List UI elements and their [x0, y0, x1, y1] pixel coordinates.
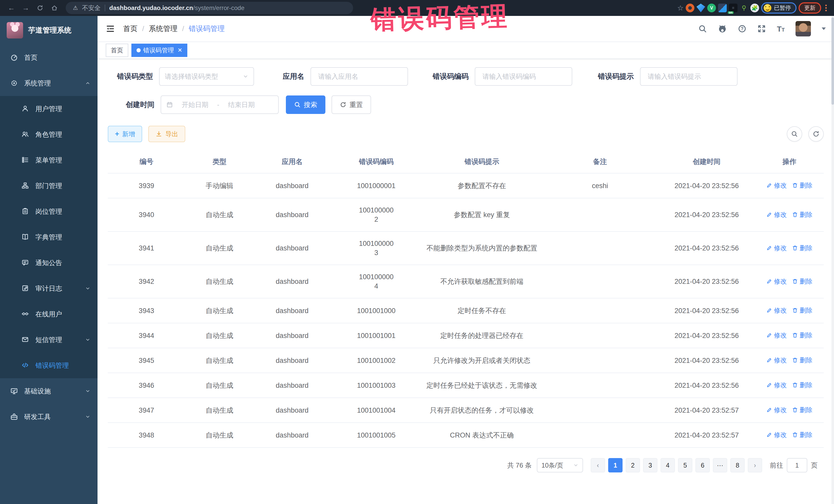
avatar[interactable] — [795, 21, 811, 37]
scrollbar[interactable] — [831, 16, 834, 504]
delete-link[interactable]: 删除 — [792, 355, 812, 365]
date-range-picker[interactable]: - — [161, 95, 279, 114]
browser-reload-icon[interactable] — [34, 2, 46, 14]
toggle-search-button[interactable] — [787, 126, 802, 141]
sidebar-logo[interactable]: 芋道管理系统 — [0, 16, 97, 45]
goto-input-field[interactable] — [787, 458, 807, 473]
help-icon[interactable]: ? — [738, 24, 746, 33]
page-button-5[interactable]: 5 — [678, 458, 692, 473]
extension-key-icon[interactable]: ⚲ — [740, 4, 748, 12]
reset-button[interactable]: 重置 — [332, 95, 371, 114]
delete-link[interactable]: 删除 — [792, 430, 812, 439]
sidebar-item-users[interactable]: 用户管理 — [0, 96, 97, 122]
sidebar-item-devtools[interactable]: 研发工具 — [0, 404, 97, 430]
edit-link[interactable]: 修改 — [766, 277, 787, 286]
edit-link[interactable]: 修改 — [766, 405, 787, 414]
sidebar-item-roles[interactable]: 角色管理 — [0, 122, 97, 147]
errorcode-code-field[interactable] — [475, 67, 572, 86]
browser-forward-icon[interactable]: → — [20, 2, 32, 14]
table-row[interactable]: 3940 自动生成 dashboard 100100000 2 参数配置 key… — [108, 198, 824, 232]
delete-link[interactable]: 删除 — [792, 210, 812, 219]
page-button-3[interactable]: 3 — [643, 458, 657, 473]
sidebar-item-sms[interactable]: 短信管理 — [0, 327, 97, 353]
delete-link[interactable]: 删除 — [792, 330, 812, 340]
page-button-6[interactable]: 6 — [696, 458, 710, 473]
edit-link[interactable]: 修改 — [766, 243, 787, 253]
edit-link[interactable]: 修改 — [766, 380, 787, 390]
sidebar-item-errorcode[interactable]: 错误码管理 — [0, 353, 97, 378]
edit-link[interactable]: 修改 — [766, 181, 787, 190]
delete-link[interactable]: 删除 — [792, 277, 812, 286]
edit-link[interactable]: 修改 — [766, 306, 787, 315]
sidebar-item-notice[interactable]: 通知公告 — [0, 250, 97, 276]
breadcrumb-home[interactable]: 首页 — [123, 24, 137, 34]
delete-link[interactable]: 删除 — [792, 243, 812, 253]
extensions-puzzle-icon[interactable]: 🧩 — [750, 4, 759, 12]
profile-paused-pill[interactable]: 已暂停 — [761, 2, 796, 14]
address-bar[interactable]: ⚠ 不安全 dashboard.yudao.iocoder.cn/system/… — [66, 2, 353, 14]
app-name-input[interactable] — [317, 72, 401, 81]
extension-gem-icon[interactable] — [697, 4, 705, 12]
table-row[interactable]: 3942 自动生成 dashboard 100100000 4 不允许获取敏感配… — [108, 265, 824, 298]
table-row[interactable]: 3939 手动编辑 dashboard 1001000001 参数配置不存在 c… — [108, 173, 824, 198]
table-row[interactable]: 3945 自动生成 dashboard 1001001002 只允许修改为开启或… — [108, 348, 824, 373]
delete-link[interactable]: 删除 — [792, 380, 812, 390]
breadcrumb-system[interactable]: 系统管理 — [149, 24, 178, 34]
prev-page-button[interactable]: ‹ — [591, 458, 605, 473]
errorcode-hint-input[interactable] — [647, 72, 731, 81]
browser-update-button[interactable]: 更新 — [798, 2, 821, 14]
goto-page-input[interactable] — [787, 461, 807, 469]
sidebar-item-posts[interactable]: 岗位管理 — [0, 199, 97, 224]
edit-link[interactable]: 修改 — [766, 355, 787, 365]
add-button[interactable]: + 新增 — [108, 126, 142, 142]
bookmark-star-icon[interactable]: ☆ — [677, 4, 684, 12]
app-name-field[interactable] — [310, 67, 408, 86]
font-size-icon[interactable]: TT — [777, 25, 785, 33]
search-button[interactable]: 搜索 — [286, 95, 325, 114]
tampermonkey-icon[interactable]: ≡on — [729, 4, 738, 12]
tag-errorcode[interactable]: 错误码管理 ✕ — [131, 44, 187, 57]
hamburger-icon[interactable] — [106, 24, 115, 34]
browser-menu-dots-icon[interactable] — [825, 5, 827, 11]
sidebar-item-auditlog[interactable]: 审计日志 — [0, 276, 97, 301]
edit-link[interactable]: 修改 — [766, 330, 787, 340]
table-row[interactable]: 3943 自动生成 dashboard 1001001000 定时任务不存在 2… — [108, 298, 824, 323]
sidebar-item-online[interactable]: 在线用户 — [0, 301, 97, 327]
close-icon[interactable]: ✕ — [178, 47, 182, 53]
page-size-select[interactable]: 10条/页 — [537, 458, 583, 473]
errorcode-type-select[interactable]: 请选择错误码类型 — [159, 67, 254, 86]
end-date-input[interactable] — [222, 100, 261, 109]
errorcode-hint-field[interactable] — [640, 67, 738, 86]
edit-link[interactable]: 修改 — [766, 430, 787, 439]
sidebar-item-home[interactable]: 首页 — [0, 45, 97, 70]
extension-grid-icon[interactable] — [718, 4, 727, 12]
delete-link[interactable]: 删除 — [792, 181, 812, 190]
fullscreen-icon[interactable] — [757, 24, 766, 33]
page-button-2[interactable]: 2 — [626, 458, 640, 473]
browser-home-icon[interactable] — [48, 2, 61, 14]
page-button-4[interactable]: 4 — [660, 458, 675, 473]
sidebar-item-menus[interactable]: 菜单管理 — [0, 147, 97, 173]
next-page-button[interactable]: › — [748, 458, 762, 473]
extension-orange-icon[interactable] — [686, 4, 695, 12]
table-row[interactable]: 3944 自动生成 dashboard 1001001001 定时任务的处理器已… — [108, 323, 824, 348]
table-row[interactable]: 3946 自动生成 dashboard 1001001003 定时任务已经处于该… — [108, 373, 824, 398]
tag-home[interactable]: 首页 — [106, 44, 128, 57]
table-row[interactable]: 3947 自动生成 dashboard 1001001004 只有开启状态的任务… — [108, 398, 824, 423]
scrollbar-thumb[interactable] — [831, 18, 834, 105]
errorcode-code-input[interactable] — [481, 72, 566, 81]
refresh-table-button[interactable] — [808, 126, 824, 141]
more-pages-button[interactable]: ··· — [713, 458, 727, 473]
table-row[interactable]: 3948 自动生成 dashboard 1001001005 CRON 表达式不… — [108, 423, 824, 447]
edit-link[interactable]: 修改 — [766, 210, 787, 219]
browser-back-icon[interactable]: ← — [5, 2, 18, 14]
sidebar-item-infra[interactable]: 基础设施 — [0, 378, 97, 404]
search-icon[interactable] — [698, 24, 707, 33]
sidebar-item-dict[interactable]: 字典管理 — [0, 224, 97, 250]
delete-link[interactable]: 删除 — [792, 405, 812, 414]
page-button-8[interactable]: 8 — [730, 458, 745, 473]
page-button-1[interactable]: 1 — [608, 458, 622, 473]
sidebar-item-system[interactable]: 系统管理 — [0, 70, 97, 96]
chevron-down-icon[interactable] — [822, 27, 826, 30]
sidebar-item-depts[interactable]: 部门管理 — [0, 173, 97, 199]
